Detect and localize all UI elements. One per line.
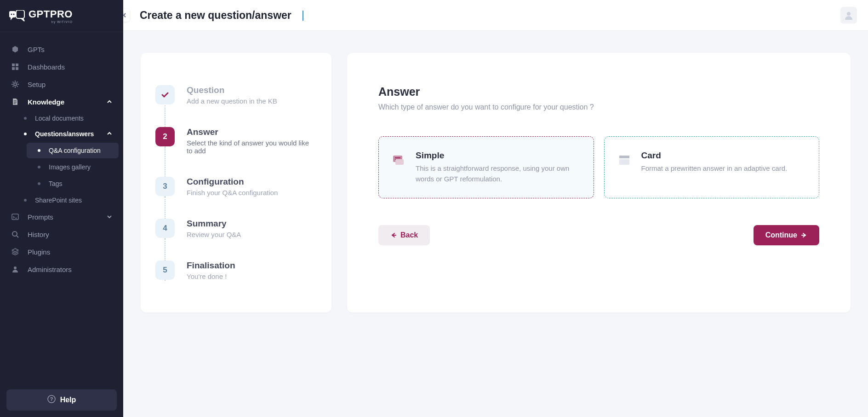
sidebar-item-tags[interactable]: Tags: [27, 176, 119, 191]
step-title: Summary: [187, 219, 241, 229]
sidebar-item-knowledge[interactable]: Knowledge: [0, 93, 123, 110]
sidebar-item-history[interactable]: History: [0, 226, 123, 243]
step-finalisation: 5 Finalisation You're done !: [155, 261, 313, 280]
svg-rect-5: [12, 64, 15, 66]
answer-subtitle: Which type of answer do you want to conf…: [378, 103, 819, 111]
sidebar-item-label: Dashboards: [28, 63, 65, 71]
layers-icon: [11, 248, 19, 256]
sidebar-item-questions-answers[interactable]: Questions/answers: [13, 126, 123, 142]
sidebar-item-qa-configuration[interactable]: Q&A configuration: [27, 143, 119, 158]
sidebar-item-images-gallery[interactable]: Images gallery: [27, 159, 119, 175]
step-indicator-pending: 3: [155, 177, 175, 196]
sidebar-item-label: GPTs: [28, 46, 45, 53]
sidebar-item-label: SharePoint sites: [35, 197, 82, 204]
step-desc: Add a new question in the KB: [187, 97, 277, 105]
cursor-icon: [303, 11, 303, 21]
svg-rect-8: [16, 67, 18, 70]
dot-icon: [24, 133, 27, 135]
chevron-up-icon: [107, 130, 112, 138]
step-desc: Select the kind of answer you would like…: [187, 139, 313, 155]
dot-icon: [38, 149, 40, 152]
svg-text:?: ?: [50, 396, 53, 402]
sidebar-item-administrators[interactable]: Administrators: [0, 261, 123, 278]
sidebar: GPTPRO by WITIVIO GPTs Dashboards Setup: [0, 0, 123, 417]
divider: [0, 32, 123, 32]
help-icon: ?: [47, 395, 56, 405]
document-icon: [11, 98, 19, 106]
sidebar-item-sharepoint-sites[interactable]: SharePoint sites: [13, 192, 123, 208]
user-icon: [11, 265, 19, 273]
svg-rect-0: [9, 11, 16, 17]
gear-icon: [11, 80, 19, 88]
svg-point-12: [14, 266, 17, 269]
svg-point-2: [13, 13, 15, 15]
step-answer: 2 Answer Select the kind of answer you w…: [155, 127, 313, 177]
logo[interactable]: GPTPRO by WITIVIO: [0, 0, 123, 28]
sidebar-item-dashboards[interactable]: Dashboards: [0, 58, 123, 75]
answer-panel: Answer Which type of answer do you want …: [347, 53, 851, 313]
page-title-text: Create a new question/answer: [140, 9, 291, 21]
step-desc: Finish your Q&A configuration: [187, 189, 278, 197]
continue-button[interactable]: Continue: [754, 225, 819, 245]
dot-icon: [24, 199, 27, 202]
answer-heading: Answer: [378, 85, 819, 98]
logo-icon: [9, 10, 25, 22]
step-title: Configuration: [187, 177, 278, 187]
continue-label: Continue: [765, 231, 797, 239]
sidebar-item-label: Q&A configuration: [49, 147, 101, 154]
message-icon: [391, 152, 406, 168]
arrow-right-icon: [801, 232, 807, 238]
dot-icon: [38, 182, 40, 185]
actions: Back Continue: [378, 225, 819, 245]
sidebar-item-label: Images gallery: [49, 163, 91, 171]
svg-point-1: [11, 13, 12, 15]
avatar[interactable]: [840, 7, 857, 23]
back-button[interactable]: Back: [378, 225, 430, 245]
step-title: Answer: [187, 127, 313, 137]
sidebar-item-label: Setup: [28, 81, 46, 88]
step-question: Question Add a new question in the KB: [155, 85, 313, 127]
sidebar-item-label: Knowledge: [28, 98, 64, 106]
sidebar-item-label: Administrators: [28, 266, 72, 273]
logo-byline: by WITIVIO: [29, 20, 73, 23]
content: Question Add a new question in the KB 2 …: [123, 31, 868, 335]
page-title: Create a new question/answer: [140, 9, 303, 22]
step-indicator-pending: 5: [155, 261, 175, 280]
main: Create a new question/answer Question Ad…: [123, 0, 868, 417]
svg-point-9: [14, 83, 17, 86]
step-indicator-pending: 4: [155, 219, 175, 238]
option-simple[interactable]: Simple This is a straightforward respons…: [378, 136, 594, 198]
dot-icon: [24, 117, 27, 120]
step-desc: You're done !: [187, 272, 235, 280]
sidebar-item-gpts[interactable]: GPTs: [0, 41, 123, 58]
option-title: Simple: [416, 151, 582, 161]
sidebar-item-label: Tags: [49, 180, 63, 187]
step-indicator-current: 2: [155, 127, 175, 146]
step-indicator-done: [155, 85, 175, 104]
option-card[interactable]: Card Format a prewritten answer in an ad…: [604, 136, 820, 198]
svg-point-11: [12, 232, 17, 236]
svg-rect-19: [619, 159, 629, 165]
step-title: Finalisation: [187, 261, 235, 271]
card-icon: [617, 152, 632, 168]
hexagon-icon: [11, 45, 19, 53]
search-icon: [11, 230, 19, 238]
sidebar-item-plugins[interactable]: Plugins: [0, 243, 123, 261]
dot-icon: [38, 166, 40, 168]
nav: GPTs Dashboards Setup Knowledge: [0, 36, 123, 383]
sidebar-item-local-documents[interactable]: Local documents: [13, 110, 123, 126]
svg-rect-18: [619, 156, 629, 158]
back-label: Back: [400, 231, 418, 239]
logo-text: GPTPRO: [29, 8, 73, 20]
sidebar-item-setup[interactable]: Setup: [0, 75, 123, 93]
help-button[interactable]: ? Help: [6, 389, 117, 411]
sidebar-item-prompts[interactable]: Prompts: [0, 208, 123, 226]
collapse-sidebar-button[interactable]: [123, 9, 130, 22]
steps-panel: Question Add a new question in the KB 2 …: [141, 53, 331, 313]
header: Create a new question/answer: [123, 0, 868, 31]
chevron-down-icon: [107, 213, 112, 221]
chevron-up-icon: [107, 98, 112, 106]
svg-rect-7: [12, 67, 15, 70]
grid-icon: [11, 63, 19, 71]
svg-point-15: [847, 12, 851, 16]
